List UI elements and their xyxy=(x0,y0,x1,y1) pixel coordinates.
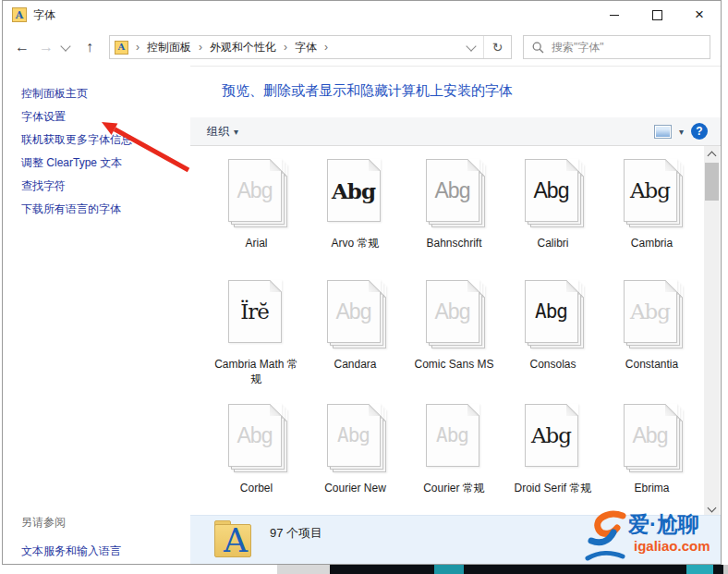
font-file-icon: Abg xyxy=(525,159,582,226)
see-also-link[interactable]: 文本服务和输入语言 xyxy=(21,543,121,559)
font-item[interactable]: Abg Candara xyxy=(306,275,405,398)
font-file-icon: Abg xyxy=(327,404,384,470)
search-placeholder: 搜索"字体" xyxy=(552,40,604,55)
page-title: 预览、删除或者显示和隐藏计算机上安装的字体 xyxy=(222,82,513,100)
watermark: 爱·尬聊 igaliao.com xyxy=(580,508,728,566)
font-item[interactable]: Abg Arial xyxy=(207,153,306,275)
font-name-label: Cambria xyxy=(631,236,673,250)
help-button[interactable]: ? xyxy=(691,123,708,140)
sidebar-task-link[interactable]: 下载所有语言的字体 xyxy=(21,198,132,221)
history-dropdown-icon[interactable] xyxy=(60,41,70,51)
refresh-button[interactable]: ↻ xyxy=(483,36,511,58)
sidebar-task-link[interactable]: 调整 ClearType 文本 xyxy=(21,152,132,175)
main-pane: 预览、删除或者显示和隐藏计算机上安装的字体 组织 ▾ ▾ ? xyxy=(190,66,721,564)
font-file-icon: Abg xyxy=(624,280,681,347)
sidebar-task-link[interactable]: 查找字符 xyxy=(21,175,132,198)
font-name-label: Candara xyxy=(334,357,376,372)
fonts-window: A 字体 × ← → ↑ A › 控制面板 › 外观和个性化 xyxy=(2,0,722,565)
font-name-label: Arial xyxy=(245,236,267,250)
vertical-scrollbar[interactable] xyxy=(704,146,720,517)
font-name-label: Corbel xyxy=(240,481,273,495)
font-item[interactable]: Abg Courier 常规 xyxy=(405,398,504,500)
font-grid: Abg Arial Abg Arvo 常规 xyxy=(207,146,701,500)
titlebar: A 字体 × xyxy=(3,1,721,29)
font-file-icon: Abg xyxy=(327,159,384,226)
maximize-icon xyxy=(652,10,662,20)
address-dropdown-button[interactable] xyxy=(459,36,483,58)
window-title: 字体 xyxy=(33,7,55,23)
navigation-bar: ← → ↑ A › 控制面板 › 外观和个性化 › 字体 › xyxy=(3,29,721,67)
font-list-viewport: Abg Arial Abg Arvo 常规 xyxy=(190,146,721,517)
font-file-icon: Abg xyxy=(624,159,681,226)
font-item[interactable]: Ïrĕ Cambria Math 常规 xyxy=(207,275,306,398)
views-icon[interactable] xyxy=(654,125,672,139)
font-name-label: Courier New xyxy=(324,481,386,495)
chevron-down-icon xyxy=(466,41,476,51)
sidebar-task-link[interactable]: 控制面板主页 xyxy=(21,82,132,105)
desktop-strip xyxy=(723,565,728,574)
minimize-button[interactable] xyxy=(593,1,636,29)
scroll-up-icon[interactable] xyxy=(704,146,720,162)
breadcrumb-item[interactable]: 外观和个性化 xyxy=(210,40,276,55)
desktop-strip xyxy=(434,565,464,574)
font-item[interactable]: Abg Constantia xyxy=(602,275,701,398)
minimize-icon xyxy=(610,15,619,16)
breadcrumb-separator-icon: › xyxy=(199,41,202,54)
font-item[interactable]: Abg Courier New xyxy=(306,398,405,500)
sidebar-task-link[interactable]: 字体设置 xyxy=(21,105,132,128)
item-count: 97 个项目 xyxy=(270,525,322,542)
desktop-strip xyxy=(277,565,330,574)
search-icon xyxy=(532,42,544,54)
up-button[interactable]: ↑ xyxy=(78,39,102,55)
font-name-label: Calibri xyxy=(537,236,568,250)
font-name-label: Ebrima xyxy=(634,481,669,495)
font-name-label: Courier 常规 xyxy=(423,481,485,495)
font-item[interactable]: Abg Droid Serif 常规 xyxy=(504,398,602,500)
breadcrumb-separator-icon: › xyxy=(136,41,140,54)
desktop-strip xyxy=(330,565,723,574)
organize-dropdown-icon: ▾ xyxy=(234,127,238,137)
breadcrumb-item[interactable]: 字体 xyxy=(295,40,317,55)
close-button[interactable]: × xyxy=(678,1,721,29)
close-icon: × xyxy=(695,6,704,24)
organize-button[interactable]: 组织 ▾ xyxy=(207,124,238,140)
font-item[interactable]: Abg Ebrima xyxy=(602,398,701,500)
desktop-strip xyxy=(686,565,713,574)
font-file-icon: Abg xyxy=(228,159,285,226)
see-also-heading: 另请参阅 xyxy=(21,515,121,531)
font-name-label: Arvo 常规 xyxy=(331,236,379,250)
font-file-icon: Abg xyxy=(228,404,285,470)
breadcrumb: A › 控制面板 › 外观和个性化 › 字体 › ↻ xyxy=(109,35,512,59)
views-dropdown-icon[interactable]: ▾ xyxy=(679,127,684,137)
font-item[interactable]: Abg Corbel xyxy=(207,398,306,500)
command-toolbar: 组织 ▾ ▾ ? xyxy=(190,117,721,146)
breadcrumb-fonts-icon: A xyxy=(115,41,128,55)
font-item[interactable]: Abg Bahnschrift xyxy=(405,153,504,275)
fonts-app-icon: A xyxy=(12,7,27,22)
sidebar-task-link[interactable]: 联机获取更多字体信息 xyxy=(21,128,132,152)
font-item[interactable]: Abg Arvo 常规 xyxy=(306,153,405,275)
font-item[interactable]: Abg Calibri xyxy=(504,153,602,275)
font-file-icon: Abg xyxy=(426,159,483,226)
sidebar: 控制面板主页 字体设置 联机获取更多字体信息 调整 ClearType 文本 查… xyxy=(3,66,190,564)
font-item[interactable]: Abg Comic Sans MS xyxy=(405,275,504,398)
forward-button[interactable]: → xyxy=(34,39,58,55)
font-item[interactable]: Abg Consolas xyxy=(504,275,602,398)
font-item[interactable]: Abg Cambria xyxy=(602,153,701,275)
search-input[interactable]: 搜索"字体" xyxy=(523,35,710,59)
scrollbar-thumb[interactable] xyxy=(705,163,719,201)
font-name-label: Bahnschrift xyxy=(426,236,481,250)
font-file-icon: Abg xyxy=(327,280,384,347)
fonts-folder-icon: A xyxy=(214,520,257,563)
breadcrumb-item[interactable]: 控制面板 xyxy=(147,40,191,55)
font-name-label: Cambria Math 常规 xyxy=(211,357,303,386)
refresh-icon: ↻ xyxy=(492,40,504,55)
font-file-icon: Abg xyxy=(525,280,582,347)
maximize-button[interactable] xyxy=(636,1,678,29)
back-button[interactable]: ← xyxy=(10,39,34,55)
font-name-label: Comic Sans MS xyxy=(414,357,493,372)
font-name-label: Droid Serif 常规 xyxy=(514,481,591,495)
font-file-icon: Ïrĕ xyxy=(228,280,285,347)
breadcrumb-separator-icon: › xyxy=(284,41,287,54)
font-file-icon: Abg xyxy=(624,404,681,470)
